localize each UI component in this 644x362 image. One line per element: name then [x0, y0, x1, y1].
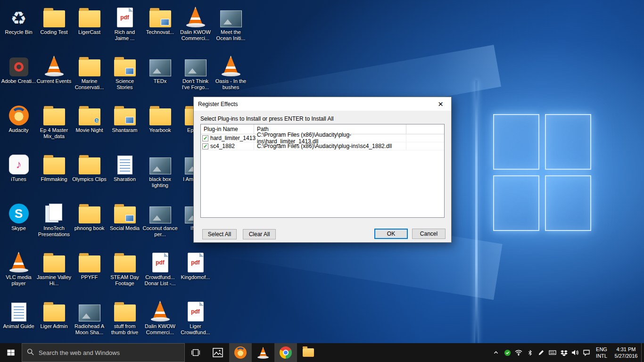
desktop-icon-jasmine-valley-hi[interactable]: Jasmine Valley Hi... — [36, 248, 72, 295]
hidden-icons-chevron-icon[interactable] — [490, 343, 502, 362]
desktop-icon-label: VLC media player — [1, 274, 36, 287]
desktop-icon-dalin-kwow-commerci[interactable]: Dalin KWOW Commerci... — [178, 3, 213, 50]
desktop-icon-label: Recycle Bin — [5, 29, 32, 35]
vlc-icon — [186, 4, 205, 27]
desktop-icon-label: STEAM Day Footage — [107, 274, 142, 287]
desktop-icon-technovat[interactable]: Technovat... — [142, 3, 178, 50]
plugin-row[interactable]: ✓sc4_1882C:\Program Files (x86)\Audacity… — [201, 142, 444, 150]
action-center-icon[interactable] — [581, 343, 592, 362]
desktop-icon-kingdomof[interactable]: pdfKingdomof... — [178, 248, 213, 295]
desktop-icon-crowdfund-donar-list[interactable]: pdfCrowdfund... Donar List -... — [142, 248, 178, 295]
desktop-icon-black-box-lighting[interactable]: black box lighting — [142, 150, 178, 197]
desktop-icon-coding-test[interactable]: Coding Test — [36, 3, 72, 50]
desktop-icon-adobe-creati[interactable]: Adobe Creati... — [1, 52, 36, 99]
desktop-icon-innotech-presentations[interactable]: InnoTech Presentations — [36, 199, 72, 246]
desktop-icon-coconut-dance-per[interactable]: Coconut dance per... — [142, 199, 178, 246]
cancel-button[interactable]: Cancel — [412, 229, 446, 239]
dialog-titlebar[interactable]: Register Effects — [194, 97, 451, 111]
desktop-icon-stuff-from-thumb-drive[interactable]: stuff from thumb drive — [107, 297, 142, 344]
desktop-icon-ep-4-master-mix-data[interactable]: Ep 4 Master Mix_data — [36, 101, 72, 148]
desktop-icon-label: InnoTech Presentations — [37, 225, 72, 238]
search-input[interactable] — [38, 349, 180, 357]
close-button[interactable] — [430, 97, 451, 111]
folder-icon — [79, 249, 100, 272]
desktop-icon-label: Dalin KWOW Commerci... — [178, 29, 213, 41]
desktop-icon-liger-crowdfund[interactable]: pdfLiger Crowdfund... — [178, 297, 213, 344]
desktop-icon-label: Rich and Jaime ... — [107, 29, 142, 41]
desktop-icon-phnong-book[interactable]: phnong book — [72, 199, 107, 246]
desktop-icon-label: Technovat... — [146, 29, 174, 35]
desktop-icon-steam-day-footage[interactable]: STEAM Day Footage — [107, 248, 142, 295]
start-button[interactable] — [0, 343, 22, 362]
clock-date: 5/27/2016 — [612, 353, 640, 359]
task-view-icon — [190, 347, 201, 358]
show-desktop-button[interactable] — [641, 343, 644, 362]
folder-icon — [79, 151, 100, 174]
wifi-icon[interactable] — [513, 343, 524, 362]
folder-image-icon — [114, 200, 136, 223]
desktop-icon-movie-night[interactable]: eMovie Night — [72, 101, 107, 148]
desktop-icon-label: Don't Think I've Forgo... — [178, 78, 213, 90]
desktop-icon-don-t-think-i-ve-forgo[interactable]: Don't Think I've Forgo... — [178, 52, 213, 99]
desktop-icon-marine-conservati[interactable]: Marine Conservati... — [72, 52, 107, 99]
audacity-icon — [9, 102, 29, 125]
desktop-icon-liger-admin[interactable]: Liger Admin — [36, 297, 72, 344]
desktop-icon-label: Yearbook — [149, 127, 171, 133]
desktop-icon-radiohead-a-moon-sha[interactable]: Radiohead A Moon Sha... — [72, 297, 107, 344]
taskbar-app-audacity[interactable] — [229, 343, 252, 362]
desktop-icon-recycle-bin[interactable]: ♻Recycle Bin — [1, 3, 36, 50]
desktop-icon-olympics-clips[interactable]: Olympics Clips — [72, 150, 107, 197]
desktop-icon-social-media[interactable]: Social Media — [107, 199, 142, 246]
desktop-icon-current-events[interactable]: Current Events — [36, 52, 72, 99]
desktop-icon-shantaram[interactable]: Shantaram — [107, 101, 142, 148]
clock-time: 4:31 PM — [612, 346, 640, 353]
desktop-icon-ppyff[interactable]: PPYFF — [72, 248, 107, 295]
desktop-icon-sharation[interactable]: Sharation — [107, 150, 142, 197]
desktop-icon-label: Ep 4 Master Mix_data — [37, 127, 72, 140]
desktop-icon-oasis-in-the-bushes[interactable]: Oasis - In the bushes — [213, 52, 248, 99]
desktop-icon-filmmaking[interactable]: Filmmaking — [36, 150, 72, 197]
volume-icon[interactable] — [570, 343, 581, 362]
task-view-button[interactable] — [185, 343, 206, 362]
desktop-icon-audacity[interactable]: Audacity — [1, 101, 36, 148]
desktop-icon-label: phnong book — [74, 225, 105, 231]
desktop-icon-yearbook[interactable]: Yearbook — [142, 101, 178, 148]
plugin-checkbox[interactable]: ✓ — [202, 135, 208, 141]
doc-icon — [11, 298, 26, 321]
desktop-icon-ligercast[interactable]: LigerCast — [72, 3, 107, 50]
desktop-icon-rich-and-jaime[interactable]: pdfRich and Jaime ... — [107, 3, 142, 50]
plugin-row[interactable]: ✓hard_limiter_1413C:\Program Files (x86)… — [201, 134, 444, 142]
language-indicator[interactable]: ENG INTL — [592, 346, 611, 360]
plugin-list[interactable]: Plug-in Name Path ✓hard_limiter_1413C:\P… — [200, 124, 445, 218]
taskbar-app-file-explorer[interactable] — [297, 343, 320, 362]
plugin-checkbox[interactable]: ✓ — [202, 143, 208, 149]
desktop-icon-science-stories[interactable]: Science Stories — [107, 52, 142, 99]
clear-all-button[interactable]: Clear All — [243, 229, 276, 239]
dropbox-icon[interactable] — [558, 343, 570, 362]
desktop-icon-vlc-media-player[interactable]: VLC media player — [1, 248, 36, 295]
desktop-icon-animal-guide[interactable]: Animal Guide — [1, 297, 36, 344]
vlc-icon — [222, 53, 240, 76]
taskbar-app-vlc[interactable] — [252, 343, 274, 362]
clock[interactable]: 4:31 PM 5/27/2016 — [611, 346, 641, 360]
taskbar-app-chrome[interactable] — [274, 343, 297, 362]
desktop-icon-tedx[interactable]: TEDx — [142, 52, 178, 99]
desktop-icon-skype[interactable]: SSkype — [1, 199, 36, 246]
green-status-icon[interactable] — [502, 343, 513, 362]
taskbar-search[interactable] — [22, 343, 185, 362]
ok-button[interactable]: OK — [374, 229, 408, 239]
desktop-icon-meet-the-ocean-initi[interactable]: Meet the Ocean Initi... — [213, 3, 248, 50]
language-line2: INTL — [592, 353, 611, 359]
desktop-icon-label: Liger Crowdfund... — [178, 323, 213, 336]
column-header-plugin-name[interactable]: Plug-in Name — [201, 124, 254, 134]
folder-icon — [114, 298, 136, 321]
taskbar-app-photos[interactable] — [206, 343, 229, 362]
desktop-icon-label: LigerCast — [78, 29, 100, 35]
desktop-icon-itunes[interactable]: ♪iTunes — [1, 150, 36, 197]
desktop-icon-dalin-kwow-commerci[interactable]: Dalin KWOW Commerci... — [142, 297, 178, 344]
desktop-icon-label: Animal Guide — [3, 323, 34, 329]
pen-icon[interactable] — [536, 343, 547, 362]
touch-keyboard-icon[interactable] — [547, 343, 558, 362]
bluetooth-icon[interactable] — [524, 343, 536, 362]
select-all-button[interactable]: Select All — [202, 229, 237, 239]
